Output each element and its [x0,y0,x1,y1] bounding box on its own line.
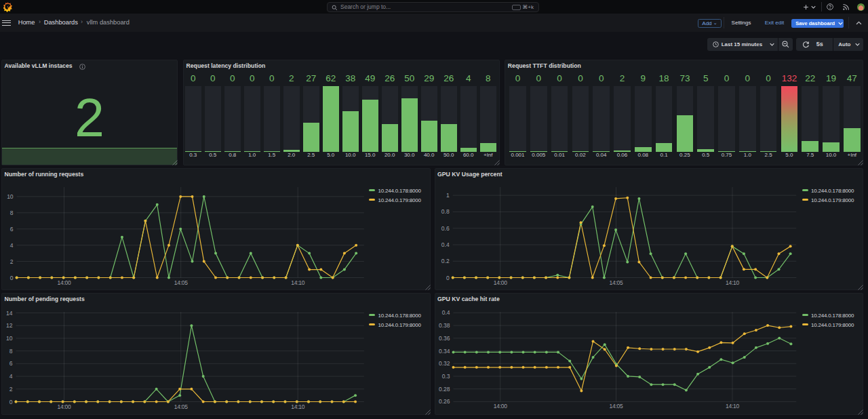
svg-text:0.26: 0.26 [438,398,450,405]
svg-text:14:10: 14:10 [726,403,739,410]
svg-text:14:00: 14:00 [58,279,71,285]
svg-text:0.28: 0.28 [438,385,450,392]
svg-text:4: 4 [9,373,13,380]
svg-text:6: 6 [9,360,13,367]
svg-text:10: 10 [6,334,13,341]
svg-text:6: 6 [10,225,14,232]
svg-text:0.4: 0.4 [441,309,450,316]
svg-text:8: 8 [9,347,13,354]
svg-text:0.36: 0.36 [438,334,450,341]
svg-text:14: 14 [6,309,13,316]
svg-text:14:00: 14:00 [493,279,507,285]
svg-text:0: 0 [446,274,449,281]
svg-text:0: 0 [9,398,13,405]
svg-text:0: 0 [10,274,14,281]
svg-text:8: 8 [10,209,14,216]
svg-text:2: 2 [9,385,13,392]
svg-text:12: 12 [6,322,13,329]
svg-text:1: 1 [446,192,449,199]
svg-text:14:10: 14:10 [726,279,739,285]
svg-text:14:10: 14:10 [291,403,304,410]
svg-text:0.2: 0.2 [441,258,449,264]
svg-text:0.38: 0.38 [438,322,450,329]
svg-text:14:05: 14:05 [609,403,623,410]
svg-text:0.3: 0.3 [441,372,450,379]
svg-text:2: 2 [10,258,14,264]
svg-text:10: 10 [7,193,14,199]
svg-text:14:05: 14:05 [174,403,188,410]
svg-text:4: 4 [10,241,14,248]
svg-text:0.34: 0.34 [438,347,450,354]
svg-text:14:05: 14:05 [609,279,623,285]
svg-text:0.8: 0.8 [441,208,449,215]
svg-text:14:00: 14:00 [493,403,507,410]
svg-text:14:05: 14:05 [174,279,188,285]
svg-text:0.4: 0.4 [441,241,449,247]
svg-text:0.32: 0.32 [438,360,450,367]
svg-text:14:00: 14:00 [58,403,71,410]
svg-text:14:10: 14:10 [291,279,304,285]
svg-text:0.6: 0.6 [441,224,449,231]
